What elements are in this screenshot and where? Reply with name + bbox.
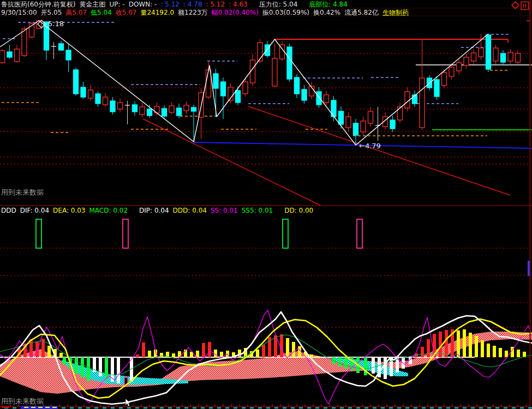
candle-body	[147, 109, 152, 116]
timeline-cyan-dash	[438, 407, 442, 408]
timeline-cyan-dash	[201, 407, 205, 408]
ddd-signal-bar	[283, 219, 288, 248]
osc-bar	[81, 357, 84, 377]
timeline-cyan-dash	[373, 407, 376, 408]
timeline-cyan-dash	[364, 407, 368, 408]
osc-bar	[214, 350, 217, 357]
candle-body	[206, 70, 211, 97]
timeline-cyan-dash	[471, 407, 475, 408]
osc-bar	[136, 354, 139, 357]
candle-body	[236, 91, 241, 103]
thumb-dash	[52, 407, 57, 408]
osc-bar	[469, 333, 472, 357]
candle-body	[7, 52, 12, 57]
candle-body	[434, 80, 439, 97]
osc-bar	[338, 357, 342, 366]
timeline-cyan-dash	[315, 407, 319, 408]
timeline-cyan-dash	[348, 407, 352, 408]
candle-body	[59, 44, 64, 50]
timeline-cyan-dash	[160, 407, 164, 408]
candle-body	[22, 29, 27, 56]
candle-body	[486, 35, 491, 69]
main-chart-panel: 5.18←4.79	[0, 20, 532, 206]
timeline-cyan-dash	[242, 407, 246, 408]
timeline-cyan-dash	[135, 407, 139, 408]
osc-bar	[499, 348, 502, 357]
osc-bar	[142, 342, 145, 357]
osc-bar	[256, 350, 259, 357]
candle-body	[420, 78, 425, 128]
osc-bar	[202, 343, 205, 357]
timeline-cyan-dash	[144, 407, 147, 408]
candle-body	[516, 53, 521, 62]
osc-bar	[292, 342, 295, 357]
timeline-cyan-dash	[397, 407, 401, 408]
thumb-dash	[31, 407, 35, 408]
red-trendline	[248, 106, 510, 195]
osc-bar	[148, 351, 151, 357]
timeline-cyan-dash	[455, 407, 458, 408]
osc-bar	[63, 357, 66, 364]
timeline-cyan-dash	[152, 407, 156, 408]
osc-bar	[427, 339, 430, 357]
timeline-cyan-dash	[463, 407, 467, 408]
timeline-cyan-dash	[217, 407, 221, 408]
candle-body	[243, 82, 248, 94]
ddd-signal-bar	[36, 219, 41, 248]
chart-svg[interactable]: 5.18←4.79	[0, 0, 532, 409]
candle-body	[118, 103, 123, 109]
osc-bar	[99, 357, 102, 376]
candle-body	[493, 48, 498, 61]
osc-bar	[310, 354, 313, 357]
candle-body	[354, 123, 358, 135]
osc-bar	[196, 351, 199, 357]
osc-bar	[105, 357, 108, 380]
scrollbar-red-segment	[2, 406, 9, 408]
osc-bar	[487, 344, 490, 357]
candle-body	[457, 63, 462, 71]
osc-bar	[384, 357, 387, 379]
candle-body	[213, 74, 218, 88]
timeline-cyan-dash	[13, 407, 16, 408]
red-trendline	[143, 119, 321, 206]
timeline-cyan-dash	[94, 407, 98, 408]
candle-body	[442, 73, 447, 86]
candle-body	[15, 49, 20, 62]
candle-body	[95, 94, 100, 104]
osc-bar	[390, 357, 393, 376]
candle-body	[316, 92, 321, 105]
indicator-panel-2	[0, 206, 532, 303]
candle-body	[0, 51, 5, 63]
timeline-cyan-dash	[291, 407, 295, 408]
timeline-cyan-dash	[528, 407, 532, 408]
osc-bar	[457, 330, 460, 357]
osc-bar	[316, 356, 319, 357]
candle-body	[346, 117, 351, 128]
timeline-cyan-dash	[274, 407, 278, 408]
timeline-cyan-dash	[340, 407, 344, 408]
osc-bar	[47, 346, 51, 357]
candle-body	[272, 58, 277, 86]
stock-chart-app: 鲁抗医药(60分钟.前复权)黄金主图UP: -DOWN: -: 5.12: 4.…	[0, 0, 532, 409]
mouse-cursor-icon	[125, 399, 130, 406]
diamond-icon[interactable]	[512, 2, 519, 9]
peak-price-label: 5.18	[48, 20, 64, 28]
candle-body	[464, 57, 469, 65]
timeline-cyan-dash	[283, 407, 286, 408]
osc-bar	[475, 336, 478, 357]
candle-body	[405, 92, 410, 108]
scrollbar	[0, 404, 532, 409]
osc-bar	[75, 357, 78, 374]
timeline-cyan-dash	[405, 407, 409, 408]
candle-body	[66, 50, 71, 60]
timeline-cyan-dash	[356, 407, 360, 408]
osc-bar	[208, 342, 211, 357]
candle-body	[140, 107, 145, 115]
candle-body	[501, 53, 506, 62]
timeline-cyan-dash	[487, 407, 491, 408]
candle-body	[508, 52, 513, 61]
timeline-cyan-dash	[495, 407, 499, 408]
ddd-signal-bar	[123, 219, 128, 248]
osc-bar	[59, 353, 63, 357]
timeline-cyan-dash	[103, 407, 106, 408]
